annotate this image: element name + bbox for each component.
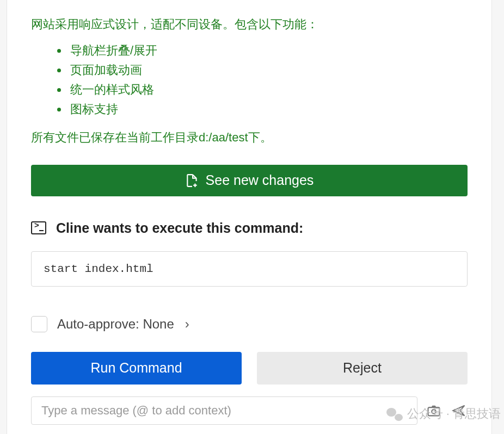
command-header: Cline wants to execute this command: — [31, 220, 468, 236]
run-command-button[interactable]: Run Command — [31, 352, 242, 385]
command-title: Cline wants to execute this command: — [56, 220, 303, 236]
auto-approve-row[interactable]: Auto-approve: None › — [31, 316, 468, 332]
see-changes-label: See new changes — [206, 172, 314, 188]
svg-point-1 — [432, 410, 435, 413]
list-item: 图标支持 — [57, 100, 468, 119]
file-plus-icon — [185, 173, 199, 188]
message-input[interactable] — [31, 396, 417, 425]
see-new-changes-button[interactable]: See new changes — [31, 165, 468, 196]
content-area: 网站采用响应式设计，适配不同设备。包含以下功能： 导航栏折叠/展开 页面加载动画… — [7, 0, 491, 425]
reject-button[interactable]: Reject — [257, 352, 468, 385]
auto-approve-label: Auto-approve: None — [57, 317, 174, 332]
send-icon[interactable] — [450, 402, 468, 419]
chevron-right-icon[interactable]: › — [185, 317, 189, 332]
command-section: Cline wants to execute this command: sta… — [31, 220, 468, 287]
response-intro: 网站采用响应式设计，适配不同设备。包含以下功能： — [31, 15, 468, 34]
action-button-row: Run Command Reject — [31, 352, 468, 385]
list-item: 页面加载动画 — [57, 61, 468, 79]
main-panel: 网站采用响应式设计，适配不同设备。包含以下功能： 导航栏折叠/展开 页面加载动画… — [7, 0, 492, 434]
terminal-icon — [31, 221, 46, 234]
auto-approve-checkbox[interactable] — [31, 316, 47, 332]
svg-rect-0 — [428, 407, 440, 416]
command-text: start index.html — [44, 263, 153, 275]
assistant-response: 网站采用响应式设计，适配不同设备。包含以下功能： 导航栏折叠/展开 页面加载动画… — [31, 0, 468, 147]
command-text-box[interactable]: start index.html — [31, 251, 468, 287]
camera-icon[interactable] — [425, 402, 442, 419]
list-item: 统一的样式风格 — [57, 80, 468, 99]
message-input-row — [31, 396, 468, 425]
response-bullet-list: 导航栏折叠/展开 页面加载动画 统一的样式风格 图标支持 — [31, 41, 468, 119]
list-item: 导航栏折叠/展开 — [57, 41, 468, 60]
response-outro: 所有文件已保存在当前工作目录d:/aa/test下。 — [31, 128, 468, 147]
